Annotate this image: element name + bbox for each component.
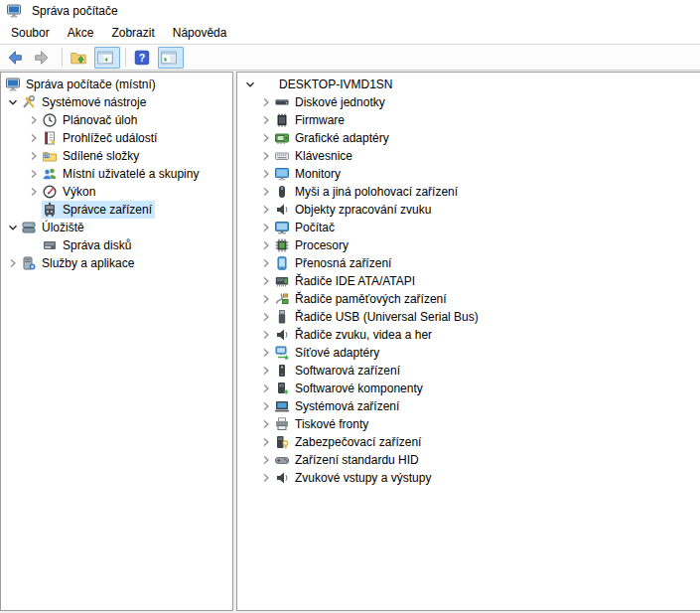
security-key-icon bbox=[274, 434, 290, 450]
chevron-right-icon[interactable] bbox=[258, 452, 274, 468]
workspace: Správa počítače (místní) Systémové nástr… bbox=[0, 71, 700, 613]
tree-item[interactable]: 23 Sdílené složky bbox=[1, 147, 232, 165]
tree-item[interactable]: Řadiče USB (Universal Serial Bus) bbox=[237, 308, 700, 326]
up-one-level-button[interactable] bbox=[68, 47, 93, 69]
computer-management-icon bbox=[5, 77, 21, 92]
menu-item[interactable]: Nápověda bbox=[164, 22, 236, 44]
chevron-right-icon[interactable] bbox=[258, 184, 274, 200]
chevron-right-icon[interactable] bbox=[258, 112, 274, 128]
chevron-right-icon[interactable] bbox=[258, 130, 274, 146]
chevron-right-icon[interactable] bbox=[26, 130, 42, 146]
computer-monitor-icon bbox=[274, 220, 290, 235]
computer-management-icon bbox=[6, 3, 22, 19]
chevron-right-icon[interactable] bbox=[258, 202, 274, 218]
chevron-right-icon[interactable] bbox=[258, 381, 274, 396]
action-pane-toggle[interactable] bbox=[158, 47, 184, 69]
chevron-down-icon[interactable] bbox=[5, 220, 21, 235]
task-scheduler-clock-icon bbox=[42, 112, 58, 128]
shared-folder-icon: 23 bbox=[42, 148, 58, 164]
software-component-icon bbox=[274, 381, 290, 396]
chevron-right-icon[interactable] bbox=[258, 398, 274, 414]
mouse-icon bbox=[274, 184, 290, 200]
chevron-right-icon[interactable] bbox=[258, 255, 274, 271]
computer-node-icon bbox=[258, 77, 274, 92]
console-tree-panel: Správa počítače (místní) Systémové nástr… bbox=[0, 72, 233, 611]
usb-connector-icon bbox=[274, 309, 290, 325]
tree-item[interactable]: Procesory bbox=[237, 236, 700, 254]
tree-item[interactable]: Prohlížeč událostí bbox=[1, 129, 232, 147]
chevron-down-icon[interactable] bbox=[242, 77, 258, 92]
tree-item[interactable]: DESKTOP-IVMD1SN bbox=[237, 76, 700, 93]
tree-item[interactable]: Řadiče paměťových zařízení bbox=[237, 290, 700, 308]
window-title: Správa počítače bbox=[32, 4, 118, 18]
menu-item[interactable]: Zobrazit bbox=[102, 22, 163, 44]
chevron-right-icon[interactable] bbox=[258, 94, 274, 110]
chevron-right-icon[interactable] bbox=[26, 166, 42, 182]
tree-item[interactable]: Správce zařízení bbox=[1, 201, 232, 219]
chevron-right-icon[interactable] bbox=[258, 237, 274, 253]
tree-item[interactable]: Systémová zařízení bbox=[237, 397, 700, 415]
tree-item[interactable]: Správa počítače (místní) bbox=[1, 76, 232, 93]
tree-item[interactable]: Služby a aplikace bbox=[1, 254, 232, 272]
help-icon: ? bbox=[133, 49, 151, 67]
tree-item[interactable]: Plánovač úloh bbox=[1, 111, 232, 129]
menu-item[interactable]: Akce bbox=[59, 22, 103, 44]
chevron-right-icon[interactable] bbox=[258, 327, 274, 343]
chevron-right-icon[interactable] bbox=[258, 273, 274, 289]
chevron-right-icon[interactable] bbox=[258, 220, 274, 235]
tree-item[interactable]: Klávesnice bbox=[237, 147, 700, 165]
tree-item[interactable]: Úložiště bbox=[1, 219, 232, 236]
tree-item[interactable]: Myši a jiná polohovací zařízení bbox=[237, 183, 700, 201]
tree-item[interactable]: Zabezpečovací zařízení bbox=[237, 433, 700, 451]
tree-item[interactable]: Monitory bbox=[237, 165, 700, 183]
tree-item[interactable]: Diskové jednotky bbox=[237, 93, 700, 111]
tree-item[interactable]: Řadiče IDE ATA/ATAPI bbox=[237, 272, 700, 290]
menu-item[interactable]: Soubor bbox=[2, 22, 59, 44]
tree-item[interactable]: Systémové nástroje bbox=[1, 93, 232, 111]
tree-item[interactable]: Zvukové vstupy a výstupy bbox=[237, 469, 700, 487]
tree-item[interactable]: Počítač bbox=[237, 219, 700, 236]
chevron-right-icon[interactable] bbox=[26, 148, 42, 164]
arrow-forward-icon bbox=[33, 49, 51, 67]
console-tree-toggle[interactable] bbox=[94, 47, 120, 69]
display-adapter-icon bbox=[274, 130, 290, 146]
chevron-right-icon[interactable] bbox=[258, 434, 274, 450]
ide-controller-icon bbox=[274, 273, 290, 289]
storage-drives-icon bbox=[21, 220, 37, 235]
arrow-back-icon bbox=[6, 49, 24, 67]
tree-item[interactable]: Tiskové fronty bbox=[237, 415, 700, 433]
tree-item[interactable]: Výkon bbox=[1, 183, 232, 201]
tree-item[interactable]: Místní uživatelé a skupiny bbox=[1, 165, 232, 183]
tree-item[interactable]: Řadiče zvuku, videa a her bbox=[237, 326, 700, 344]
chevron-right-icon[interactable] bbox=[258, 416, 274, 432]
tree-item[interactable]: Síťové adaptéry bbox=[237, 344, 700, 362]
chevron-down-icon[interactable] bbox=[5, 94, 21, 110]
speaker-icon bbox=[274, 327, 290, 343]
toolbar: ? bbox=[0, 45, 700, 71]
tree-item[interactable]: Grafické adaptéry bbox=[237, 129, 700, 147]
chevron-right-icon[interactable] bbox=[26, 184, 42, 200]
chevron-right-icon[interactable] bbox=[5, 255, 21, 271]
help-button[interactable]: ? bbox=[131, 47, 157, 69]
toolbar-separator bbox=[125, 48, 126, 67]
chevron-right-icon[interactable] bbox=[258, 166, 274, 182]
chevron-right-icon[interactable] bbox=[258, 345, 274, 361]
tree-item[interactable]: Softwarové komponenty bbox=[237, 380, 700, 397]
chevron-right-icon[interactable] bbox=[258, 363, 274, 379]
chevron-right-icon[interactable] bbox=[258, 470, 274, 486]
forward-button[interactable] bbox=[31, 47, 57, 69]
system-device-icon bbox=[274, 398, 290, 414]
chevron-right-icon[interactable] bbox=[26, 112, 42, 128]
tree-item[interactable]: Objekty zpracování zvuku bbox=[237, 201, 700, 219]
tree-item[interactable]: Přenosná zařízení bbox=[237, 254, 700, 272]
back-button[interactable] bbox=[4, 47, 30, 69]
printer-icon bbox=[274, 416, 290, 432]
tree-item[interactable]: Zařízení standardu HID bbox=[237, 451, 700, 469]
chevron-right-icon[interactable] bbox=[258, 309, 274, 325]
network-adapter-icon bbox=[274, 345, 290, 361]
tree-item[interactable]: Firmware bbox=[237, 111, 700, 129]
tree-item[interactable]: Softwarová zařízení bbox=[237, 362, 700, 380]
chevron-right-icon[interactable] bbox=[258, 148, 274, 164]
tree-item[interactable]: Správa disků bbox=[1, 236, 232, 254]
chevron-right-icon[interactable] bbox=[258, 291, 274, 307]
